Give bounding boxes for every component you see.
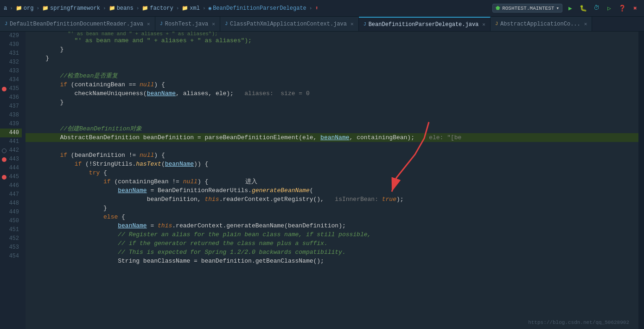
gutter-445: 445 xyxy=(0,173,22,181)
code-434-indent xyxy=(31,80,60,89)
code-445-null: null xyxy=(183,177,198,186)
breadcrumb-springframework[interactable]: 📁 springframework xyxy=(42,5,100,12)
code-line-442: if (beanDefinition != null) { xyxy=(26,151,638,160)
gutter-438: 438 xyxy=(0,111,22,120)
sep6: › xyxy=(203,6,206,11)
breakpoint-435 xyxy=(2,87,6,91)
breadcrumb-beans[interactable]: 📁 beans xyxy=(109,5,134,12)
run-with-coverage-button[interactable]: ▷ xyxy=(604,3,614,13)
sep2: › xyxy=(36,6,39,11)
tab-label-abstractapp: AbstractApplicationCo... xyxy=(500,21,580,27)
code-445-brace: ) { xyxy=(198,177,208,186)
tab-beandefparser[interactable]: J BeanDefinitionParserDelegate.java ✕ xyxy=(359,17,491,31)
run-button[interactable]: ▶ xyxy=(565,3,575,13)
code-430: } xyxy=(31,45,64,54)
gutter-448: 448 xyxy=(0,199,22,208)
code-442-null: null xyxy=(140,151,154,160)
code-447-reader: .readerContext.getRegistry(), xyxy=(219,195,324,204)
code-434-brace: ) { xyxy=(154,80,165,89)
breadcrumb-xml[interactable]: 📁 xml xyxy=(182,5,200,12)
stop-button[interactable]: ✖ xyxy=(630,3,640,13)
folder-icon-factory: 📁 xyxy=(142,5,148,11)
code-443-paren: ( xyxy=(161,160,165,168)
code-line-453: // This is expected for Spring 1.2/2.0 b… xyxy=(26,248,638,257)
code-445-if: if xyxy=(103,177,111,186)
code-line-454: String beanClassName = beanDefinition.ge… xyxy=(26,257,638,265)
tab-close-abstractapp[interactable]: ✕ xyxy=(584,21,587,27)
run-config-icon: ⬟ xyxy=(496,5,500,11)
code-line-429: "' as bean name and " + aliases + " as a… xyxy=(26,36,638,45)
arrow-right-icon: ⬆ xyxy=(315,5,318,12)
sep1: › xyxy=(10,6,13,11)
breadcrumb-class[interactable]: ◉ BeanDefinitionParserDelegate xyxy=(209,5,306,12)
folder-icon-org: 📁 xyxy=(16,5,22,11)
code-line-430: } xyxy=(26,45,638,54)
code-445-indent xyxy=(31,177,103,186)
breakpoint-445 xyxy=(2,175,6,180)
breadcrumb-a[interactable]: a xyxy=(4,5,7,12)
code-line-440: AbstractBeanDefinition beanDefinition = … xyxy=(26,133,638,142)
breadcrumb-factory[interactable]: 📁 factory xyxy=(142,5,173,12)
toolbar-right: ⬟ ROSHTEST.MAINTEST ▾ ▶ 🐛 ⏱ ▷ ❓ ✖ xyxy=(492,3,640,13)
tab-close-defaultbean[interactable]: ✕ xyxy=(147,21,150,27)
gutter-441: 441 xyxy=(0,137,22,146)
folder-icon-xml: 📁 xyxy=(182,5,188,11)
code-445-cond: (containingBean != xyxy=(111,177,183,186)
vertical-scrollbar[interactable] xyxy=(638,32,644,329)
code-editor[interactable]: "' as bean name and " + aliases + " as a… xyxy=(26,32,638,329)
code-449-brace: { xyxy=(118,213,125,221)
run-config-dropdown-icon: ▾ xyxy=(556,5,559,11)
code-453: // This is expected for Spring 1.2/2.0 b… xyxy=(31,248,346,257)
breakpoint-443 xyxy=(2,157,6,162)
code-443-close: )) { xyxy=(194,160,208,168)
code-line-partial: "' as bean name and " + aliases + " as a… xyxy=(26,32,638,36)
code-449-else: else xyxy=(103,213,118,221)
code-439: //创建BeanDefinition对象 xyxy=(31,124,142,133)
code-line-437 xyxy=(26,107,638,116)
tab-close-beandefparser[interactable]: ✕ xyxy=(482,21,485,27)
code-446-beanname: beanName xyxy=(118,186,147,195)
gutter-439: 439 xyxy=(0,120,22,129)
breadcrumb-a-text: a xyxy=(4,5,7,12)
tab-abstractapp[interactable]: J AbstractApplicationCo... ✕ xyxy=(491,17,592,31)
gutter-446: 446 xyxy=(0,181,22,190)
code-442-brace: ) { xyxy=(154,151,165,160)
code-447-indent: beanDefinition, xyxy=(31,195,204,204)
run-config-selector[interactable]: ⬟ ROSHTEST.MAINTEST ▾ xyxy=(492,4,562,13)
gutter-444: 444 xyxy=(0,164,22,173)
code-443-indent xyxy=(31,160,75,168)
folder-icon-beans: 📁 xyxy=(109,5,115,11)
tab-defaultbean[interactable]: J DefaultBeanDefinitionDocumentReader.ja… xyxy=(0,17,155,31)
breadcrumb-org[interactable]: 📁 org xyxy=(16,5,34,12)
code-435-beanname: beanName xyxy=(147,89,176,98)
code-434-cond: (containingBean == xyxy=(67,80,140,89)
code-line-446: beanName = BeanDefinitionReaderUtils.gen… xyxy=(26,186,638,195)
code-440-beanname: beanName xyxy=(320,133,349,142)
sep4: › xyxy=(136,6,140,11)
tab-icon-defaultbean: J xyxy=(5,21,7,26)
tabs-bar: J DefaultBeanDefinitionDocumentReader.ja… xyxy=(0,17,644,32)
code-446-paren: ( xyxy=(310,186,313,195)
debug-button[interactable]: 🐛 xyxy=(578,3,588,13)
code-448: } xyxy=(31,204,107,213)
code-line-435: checkNameUniqueness(beanName, aliases, e… xyxy=(26,89,638,98)
run-config-label: ROSHTEST.MAINTEST xyxy=(502,6,554,11)
gutter-436: 436 xyxy=(0,93,22,102)
code-445-chinese: 进入 xyxy=(245,177,257,186)
gutter-434: 434 xyxy=(0,76,22,84)
tab-classpathxml[interactable]: J ClassPathXmlApplicationContext.java ✕ xyxy=(220,17,359,31)
gutter-435: 435 xyxy=(0,84,22,93)
code-452: // if the generator returned the class n… xyxy=(31,239,328,248)
profile-button[interactable]: ❓ xyxy=(617,3,627,13)
code-line-434: if (containingBean == null) { xyxy=(26,80,638,89)
tab-close-classpathxml[interactable]: ✕ xyxy=(351,21,354,27)
tab-close-roshtest[interactable]: ✕ xyxy=(212,21,215,27)
code-line-452: // if the generator returned the class n… xyxy=(26,239,638,248)
code-line-436: } xyxy=(26,98,638,107)
code-440-comma: , containingBean); xyxy=(350,133,414,142)
coverage-button[interactable]: ⏱ xyxy=(591,3,601,13)
code-454: String beanClassName = beanDefinition.ge… xyxy=(31,257,324,265)
code-444-brace: { xyxy=(100,168,107,177)
code-450-assign: = xyxy=(147,221,158,230)
tab-roshtest[interactable]: J RoshTest.java ✕ xyxy=(155,17,220,31)
